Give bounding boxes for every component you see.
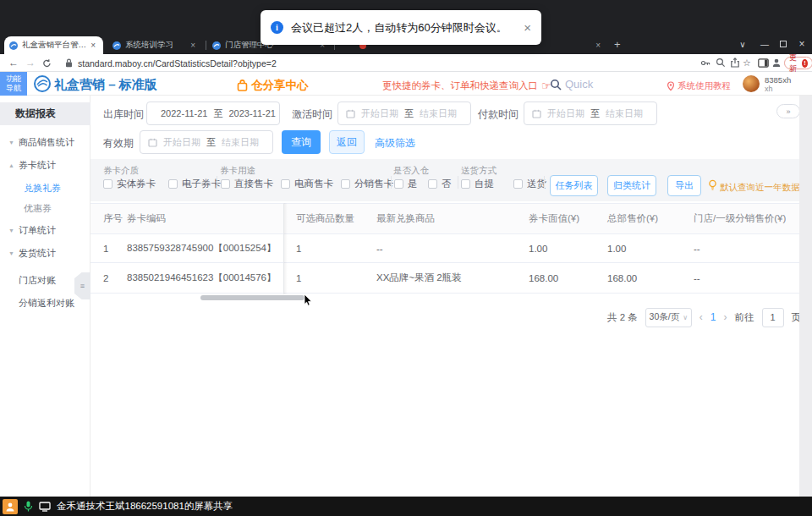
search-button[interactable]: 查询 — [282, 130, 321, 154]
alert-badge: ! — [802, 59, 808, 68]
checkbox[interactable] — [341, 179, 350, 189]
checkbox-warehouse-no[interactable]: 否 — [428, 178, 452, 190]
end-date-placeholder[interactable]: 结束日期 — [420, 107, 457, 120]
sidebar-item-store-reconciliation[interactable]: 门店对账 — [19, 274, 56, 286]
sidebar: 数据报表 ▼商品销售统计 ▲券卡统计 兑换礼券 优惠券 ▼订单统计 ▼发货统计 … — [0, 96, 91, 497]
checkbox[interactable] — [461, 179, 470, 189]
side-panel-icon[interactable] — [758, 58, 769, 68]
table-row[interactable]: 1 8385759328745900【00015254】 1 -- 1.00 1… — [91, 234, 799, 263]
sidebar-item-product-sales[interactable]: ▼商品销售统计 — [8, 136, 74, 148]
profile-icon[interactable] — [771, 58, 782, 68]
advanced-filter-link[interactable]: 高级筛选 — [375, 136, 415, 151]
tab-close-icon[interactable]: × — [593, 41, 603, 50]
browser-tab-2[interactable]: 系统培训学习 × — [107, 36, 203, 54]
activate-date-range-input[interactable]: 开始日期 至 结束日期 — [337, 102, 471, 125]
checkbox-label: 直接售卡 — [234, 178, 273, 190]
tab-title: 礼盒营销平台管理中心 — [22, 40, 88, 51]
col-header-product-count: 可选商品数量 — [296, 212, 376, 225]
checkbox-delivery[interactable]: 送货 — [513, 178, 546, 190]
window-maximize-button[interactable] — [776, 36, 790, 52]
cell-hq-price: 168.00 — [607, 273, 694, 283]
tab-title: 系统培训学习 — [125, 40, 188, 51]
sidebar-item-order-stats[interactable]: ▼订单统计 — [8, 224, 56, 236]
table-row[interactable]: 2 8385021946451623【00014576】 1 XX品牌~果酒 2… — [91, 263, 799, 294]
sidebar-item-label: 分销返利对账 — [19, 297, 74, 310]
notification-close-button[interactable]: × — [524, 20, 531, 35]
window-menu-icon[interactable]: ∨ — [736, 36, 749, 52]
start-date-value[interactable]: 2022-11-21 — [161, 108, 207, 118]
page-size-value: 30条/页 — [650, 311, 680, 323]
current-page[interactable]: 1 — [710, 311, 716, 323]
url-text[interactable]: standard.maboy.cn/CardStatisticsDetail?o… — [78, 58, 277, 69]
checkbox-direct-sale[interactable]: 直接售卡 — [221, 178, 273, 190]
sidebar-item-card-stats[interactable]: ▲券卡统计 — [8, 159, 56, 171]
sidebar-item-rebate-reconciliation[interactable]: 分销返利对账 — [19, 297, 74, 309]
reload-icon[interactable] — [42, 58, 52, 69]
sidebar-item-shipping-stats[interactable]: ▼发货统计 — [8, 247, 56, 259]
validity-date-range-input[interactable]: 开始日期 至 结束日期 — [140, 130, 273, 154]
checkbox[interactable] — [513, 179, 523, 189]
category-stats-button[interactable]: 归类统计 — [607, 175, 656, 196]
outbound-date-range-input[interactable]: 2022-11-21 至 2023-11-21 — [146, 102, 280, 125]
prev-page-button[interactable]: ‹ — [700, 311, 703, 323]
cell-latest-product: -- — [376, 244, 529, 254]
sidebar-item-discount-coupon[interactable]: 优惠券 — [24, 202, 52, 214]
checkbox[interactable] — [428, 179, 437, 189]
export-button[interactable]: 导出 — [667, 175, 701, 196]
share-icon[interactable] — [730, 58, 740, 68]
tutorial-link[interactable]: 系统使用教程 — [667, 80, 731, 92]
group-divider — [217, 176, 217, 189]
start-date-placeholder[interactable]: 开始日期 — [547, 107, 584, 120]
sidebar-item-exchange-coupon[interactable]: 兑换礼券 — [24, 182, 61, 194]
back-icon[interactable]: ← — [7, 57, 20, 69]
checkbox-ecommerce-sale[interactable]: 电商售卡 — [281, 178, 333, 190]
checkbox[interactable] — [221, 179, 230, 189]
start-date-placeholder[interactable]: 开始日期 — [361, 107, 398, 120]
default-query-tip: 默认查询近一年数据 — [720, 182, 800, 194]
checkbox-warehouse-yes[interactable]: 是 — [394, 178, 418, 190]
browser-tab-1[interactable]: 礼盒营销平台管理中心 × — [4, 36, 103, 54]
screen-share-bar: 金禾通技术王斌18662591081的屏幕共享 — [0, 497, 812, 516]
new-tab-button[interactable]: + — [614, 38, 621, 51]
quick-label: Quick — [565, 78, 593, 91]
chrome-update-button[interactable]: 更新 ! — [784, 57, 812, 69]
function-nav-toggle[interactable]: 功能 导航 — [0, 72, 27, 96]
quick-entry-text[interactable]: 更快捷的券卡、订单和快递查询入口 ☞ — [382, 80, 551, 92]
window-close-button[interactable]: × — [795, 36, 809, 52]
zoom-icon[interactable] — [716, 58, 726, 68]
quick-search[interactable]: Quick — [550, 78, 593, 91]
start-date-placeholder[interactable]: 开始日期 — [163, 136, 200, 149]
checkbox[interactable] — [281, 179, 290, 189]
checkbox[interactable] — [394, 179, 403, 189]
horizontal-scrollbar[interactable] — [200, 295, 304, 300]
checkbox-self-pickup[interactable]: 自提 — [461, 178, 494, 190]
back-button[interactable]: 返回 — [329, 130, 365, 154]
expand-filters-button[interactable]: » — [776, 104, 800, 118]
share-center-link[interactable]: 仓分享中心 — [237, 78, 309, 93]
key-icon[interactable] — [700, 58, 710, 68]
tab-close-icon[interactable]: × — [88, 41, 98, 50]
tab-favicon-icon — [112, 41, 121, 50]
calendar-icon — [346, 109, 355, 118]
next-page-button[interactable]: › — [724, 311, 727, 323]
checkbox-electronic-card[interactable]: 电子券卡 — [168, 178, 221, 190]
page-size-select[interactable]: 30条/页 ∨ — [645, 308, 692, 327]
bookmark-star-icon[interactable]: ☆ — [743, 58, 751, 69]
goto-page-input[interactable] — [762, 308, 784, 327]
end-date-value[interactable]: 2023-11-21 — [228, 108, 275, 118]
end-date-placeholder[interactable]: 结束日期 — [606, 107, 643, 120]
checkbox[interactable] — [103, 179, 112, 189]
tab-close-icon[interactable]: × — [188, 41, 198, 50]
end-date-placeholder[interactable]: 结束日期 — [222, 136, 259, 149]
checkbox-physical-card[interactable]: 实体券卡 — [103, 178, 156, 190]
sidebar-item-label: 券卡统计 — [19, 159, 56, 172]
task-list-button[interactable]: 任务列表 — [550, 175, 598, 196]
user-avatar[interactable] — [743, 75, 760, 92]
payment-date-range-input[interactable]: 开始日期 至 结束日期 — [524, 102, 657, 125]
lock-icon[interactable] — [64, 58, 74, 68]
window-minimize-button[interactable]: — — [758, 36, 771, 52]
sidebar-collapse-handle[interactable]: ≡ — [74, 272, 91, 299]
info-icon: i — [271, 21, 283, 34]
checkbox[interactable] — [168, 179, 178, 189]
checkbox-distribution-sale[interactable]: 分销售卡 — [341, 178, 393, 190]
